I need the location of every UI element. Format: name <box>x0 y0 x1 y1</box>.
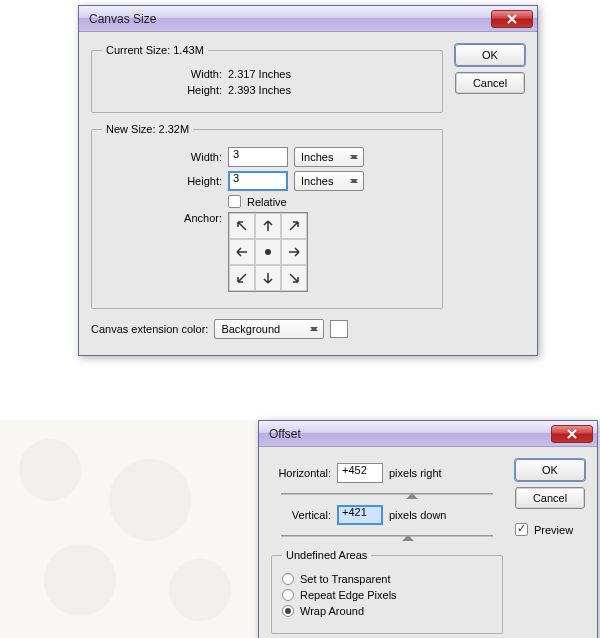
current-width-label: Width: <box>102 68 222 80</box>
preview-checkbox[interactable] <box>515 523 528 536</box>
new-width-unit-select[interactable]: Inches <box>294 147 364 167</box>
anchor-w[interactable] <box>229 239 255 265</box>
new-width-label: Width: <box>102 151 222 163</box>
anchor-n[interactable] <box>255 213 281 239</box>
anchor-center[interactable] <box>255 239 281 265</box>
current-height-label: Height: <box>102 84 222 96</box>
background-texture <box>0 420 260 638</box>
close-button[interactable] <box>551 425 593 443</box>
horizontal-input[interactable]: +452 <box>337 463 383 483</box>
anchor-label: Anchor: <box>102 212 222 224</box>
anchor-s[interactable] <box>255 265 281 291</box>
new-width-input[interactable]: 3 <box>228 147 288 167</box>
arrow-w-icon <box>234 244 250 260</box>
canvas-size-dialog: Canvas Size Current Size: 1.43M Width: 2… <box>78 5 538 356</box>
horizontal-slider[interactable] <box>281 487 493 501</box>
undefined-areas-group: Undefined Areas Set to Transparent Repea… <box>271 549 503 634</box>
cancel-button[interactable]: Cancel <box>455 72 525 94</box>
vertical-label: Vertical: <box>271 509 331 521</box>
relative-label: Relative <box>247 196 287 208</box>
titlebar[interactable]: Offset <box>259 421 597 447</box>
ok-button[interactable]: OK <box>455 44 525 66</box>
anchor-se[interactable] <box>281 265 307 291</box>
slider-thumb-icon[interactable] <box>406 487 418 499</box>
new-height-label: Height: <box>102 175 222 187</box>
current-width-value: 2.317 Inches <box>228 68 318 80</box>
cancel-button[interactable]: Cancel <box>515 487 585 509</box>
radio-transparent[interactable] <box>282 573 294 585</box>
undefined-areas-legend: Undefined Areas <box>282 549 371 561</box>
new-size-legend: New Size: 2.32M <box>102 123 193 135</box>
radio-transparent-label: Set to Transparent <box>300 573 391 585</box>
new-height-unit-select[interactable]: Inches <box>294 171 364 191</box>
extension-color-label: Canvas extension color: <box>91 323 208 335</box>
slider-thumb-icon[interactable] <box>402 529 414 541</box>
vertical-unit: pixels down <box>389 509 446 521</box>
arrow-n-icon <box>260 218 276 234</box>
close-icon <box>507 14 517 24</box>
anchor-nw[interactable] <box>229 213 255 239</box>
arrow-e-icon <box>286 244 302 260</box>
arrow-sw-icon <box>234 270 250 286</box>
ok-button[interactable]: OK <box>515 459 585 481</box>
close-button[interactable] <box>491 10 533 28</box>
anchor-e[interactable] <box>281 239 307 265</box>
vertical-slider[interactable] <box>281 529 493 543</box>
arrow-ne-icon <box>286 218 302 234</box>
current-size-group: Current Size: 1.43M Width: 2.317 Inches … <box>91 44 443 113</box>
current-size-legend: Current Size: 1.43M <box>102 44 208 56</box>
titlebar[interactable]: Canvas Size <box>79 6 537 32</box>
anchor-sw[interactable] <box>229 265 255 291</box>
radio-repeat-edge-label: Repeat Edge Pixels <box>300 589 397 601</box>
close-icon <box>567 429 577 439</box>
anchor-grid[interactable] <box>228 212 308 292</box>
extension-color-select[interactable]: Background <box>214 319 324 339</box>
current-height-value: 2.393 Inches <box>228 84 318 96</box>
dialog-title: Offset <box>269 427 551 441</box>
horizontal-label: Horizontal: <box>271 467 331 479</box>
anchor-ne[interactable] <box>281 213 307 239</box>
new-height-input[interactable]: 3 <box>228 171 288 191</box>
new-size-group: New Size: 2.32M Width: 3 Inches Height: … <box>91 123 443 309</box>
horizontal-unit: pixels right <box>389 467 442 479</box>
arrow-se-icon <box>286 270 302 286</box>
dialog-title: Canvas Size <box>89 12 491 26</box>
dot-icon <box>260 244 276 260</box>
preview-label: Preview <box>534 524 573 536</box>
arrow-nw-icon <box>234 218 250 234</box>
vertical-input[interactable]: +421 <box>337 505 383 525</box>
arrow-s-icon <box>260 270 276 286</box>
svg-point-0 <box>265 249 271 255</box>
offset-dialog: Offset Horizontal: +452 pixels right Ver… <box>258 420 598 638</box>
radio-wrap-around[interactable] <box>282 605 294 617</box>
radio-repeat-edge[interactable] <box>282 589 294 601</box>
radio-wrap-around-label: Wrap Around <box>300 605 364 617</box>
extension-color-swatch[interactable] <box>330 320 348 338</box>
relative-checkbox[interactable] <box>228 195 241 208</box>
